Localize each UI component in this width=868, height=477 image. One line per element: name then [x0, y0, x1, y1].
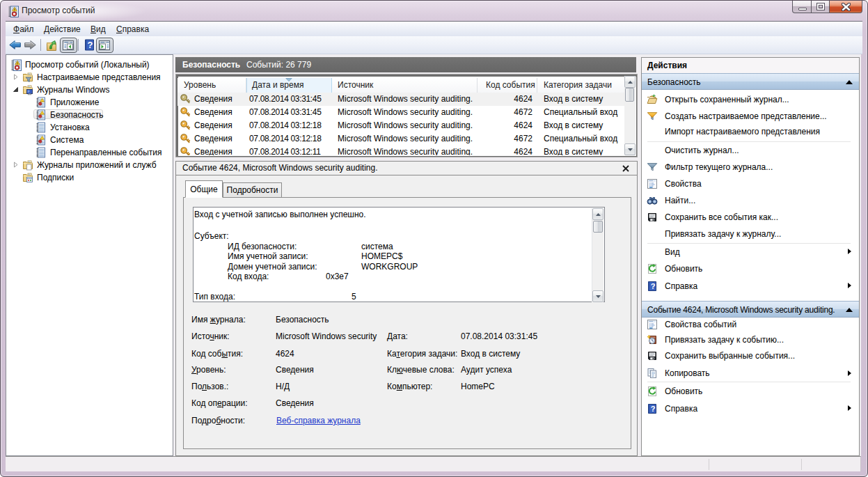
svg-text:?: ?	[88, 40, 93, 50]
